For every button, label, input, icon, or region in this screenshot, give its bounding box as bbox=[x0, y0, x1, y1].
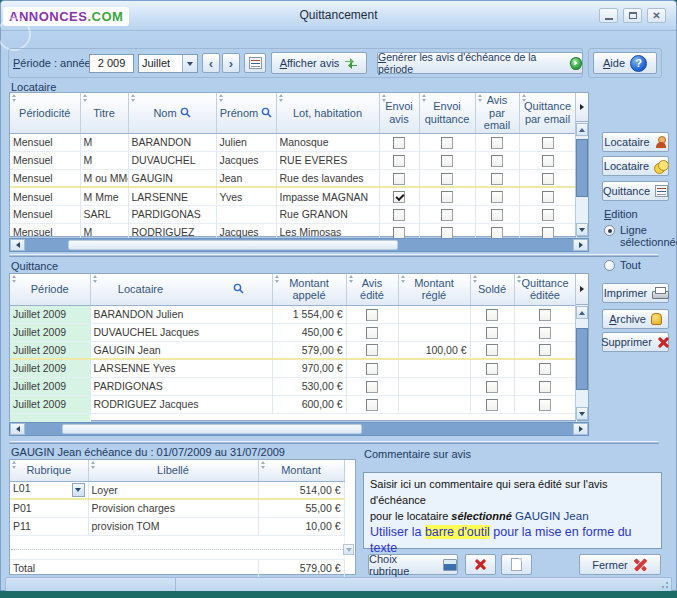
checkbox-avis-email[interactable] bbox=[491, 209, 503, 221]
checkbox-envoi-quittance[interactable] bbox=[441, 155, 453, 167]
checkbox-quittance-email[interactable] bbox=[542, 155, 554, 167]
col-header-rubrique[interactable]: Rubrique bbox=[10, 460, 88, 481]
checkbox-avis-edite[interactable] bbox=[366, 399, 378, 411]
checkbox-envoi-avis[interactable] bbox=[393, 209, 405, 221]
locataire-compte-button[interactable]: Locataire bbox=[602, 156, 669, 176]
more-columns-button[interactable] bbox=[576, 274, 588, 305]
table-row[interactable]: Juillet 2009BARANDON Julien1 554,00 € bbox=[10, 305, 576, 323]
scrollbar-thumb[interactable] bbox=[576, 139, 588, 197]
choix-rubrique-button[interactable]: Choix rubrique bbox=[368, 554, 458, 575]
next-period-button[interactable]: › bbox=[222, 53, 240, 73]
checkbox-solde[interactable] bbox=[486, 344, 498, 356]
archive-button[interactable]: Archive bbox=[602, 309, 669, 329]
vertical-scrollbar[interactable] bbox=[575, 274, 588, 420]
checkbox-envoi-quittance[interactable] bbox=[441, 173, 453, 185]
generer-avis-button[interactable]: Genérer les avis d'échéance de la périod… bbox=[377, 52, 583, 74]
table-row-selected[interactable]: MensuelM ou MMeGAUGINJeanRue des lavande… bbox=[10, 169, 576, 187]
locataire-person-button[interactable]: Locataire bbox=[602, 132, 669, 152]
checkbox-envoi-avis[interactable] bbox=[393, 173, 405, 185]
col-header-envoi-avis[interactable]: Envoi avis bbox=[379, 93, 419, 133]
checkbox-solde[interactable] bbox=[486, 327, 498, 339]
checkbox-avis-edite[interactable] bbox=[366, 381, 378, 393]
year-input[interactable]: 2 009 bbox=[89, 54, 134, 73]
scroll-left-button[interactable] bbox=[10, 239, 25, 251]
quittance-button[interactable]: Quittance bbox=[602, 181, 669, 201]
checkbox-solde[interactable] bbox=[486, 363, 498, 375]
table-row[interactable]: Juillet 2009RODRIGUEZ Jacques600,00 € bbox=[10, 395, 576, 413]
col-header-avis-email[interactable]: Avis par email bbox=[475, 93, 519, 133]
radio-icon[interactable] bbox=[604, 260, 615, 271]
col-header-periodicite[interactable]: Périodicité bbox=[10, 93, 80, 133]
vertical-scrollbar[interactable] bbox=[575, 93, 588, 236]
month-dropdown-arrow[interactable] bbox=[182, 55, 197, 72]
checkbox-avis-edite[interactable] bbox=[366, 327, 378, 339]
table-row[interactable]: P11provision TOM10,00 € bbox=[10, 517, 344, 535]
col-header-montant[interactable]: Montant bbox=[258, 460, 344, 481]
col-header-avis-edite[interactable]: Avis édité bbox=[346, 274, 398, 305]
checkbox-quittance-email[interactable] bbox=[542, 191, 554, 203]
col-header-quittance-editee[interactable]: Quittance éditée bbox=[514, 274, 576, 305]
col-header-locataire[interactable]: Locataire bbox=[90, 274, 272, 305]
checkbox-avis-edite[interactable] bbox=[366, 344, 378, 356]
checkbox-solde[interactable] bbox=[486, 399, 498, 411]
table-row[interactable]: Juillet 2009LARSENNE Yves970,00 € bbox=[10, 359, 576, 377]
search-icon[interactable] bbox=[180, 107, 191, 118]
table-row[interactable]: Juillet 2009DUVAUCHEL Jacques450,00 € bbox=[10, 323, 576, 341]
checkbox-quittance-editee[interactable] bbox=[539, 327, 551, 339]
table-row[interactable]: MensuelMDUVAUCHELJacquesRUE EVERES bbox=[10, 151, 576, 169]
checkbox-quittance-email[interactable] bbox=[542, 173, 554, 185]
col-header-solde[interactable]: Soldé bbox=[470, 274, 514, 305]
checkbox-quittance-editee[interactable] bbox=[539, 399, 551, 411]
checkbox-envoi-quittance[interactable] bbox=[441, 209, 453, 221]
col-header-montant-appele[interactable]: Montant appelé bbox=[272, 274, 346, 305]
checkbox-envoi-quittance[interactable] bbox=[441, 137, 453, 149]
search-icon[interactable] bbox=[233, 283, 244, 294]
maximize-button[interactable] bbox=[623, 8, 642, 23]
checkbox-quittance-editee[interactable] bbox=[539, 363, 551, 375]
scroll-right-button[interactable] bbox=[573, 423, 588, 435]
scrollbar-thumb[interactable] bbox=[68, 240, 398, 250]
scroll-down-button[interactable] bbox=[576, 223, 588, 236]
table-row-selected[interactable]: Juillet 2009GAUGIN Jean579,00 € 100,00 € bbox=[10, 341, 576, 359]
checkbox-avis-email[interactable] bbox=[491, 173, 503, 185]
col-header-nom[interactable]: Nom bbox=[128, 93, 216, 133]
col-header-envoi-quittance[interactable]: Envoi quittance bbox=[419, 93, 475, 133]
search-icon[interactable] bbox=[261, 107, 272, 118]
checkbox-quittance-editee[interactable] bbox=[539, 309, 551, 321]
col-header-prenom[interactable]: Prénom bbox=[216, 93, 276, 133]
checkbox-quittance-editee[interactable] bbox=[539, 344, 551, 356]
checkbox-envoi-quittance[interactable] bbox=[441, 191, 453, 203]
resize-grip[interactable] bbox=[659, 579, 669, 589]
close-button[interactable]: ✕ bbox=[647, 8, 666, 23]
table-row-selected[interactable]: L01 Loyer514,00 € bbox=[10, 481, 344, 499]
checkbox-avis-email[interactable] bbox=[491, 137, 503, 149]
checkbox-quittance-email[interactable] bbox=[542, 137, 554, 149]
col-header-titre[interactable]: Titre bbox=[80, 93, 128, 133]
rubrique-dropdown-button[interactable] bbox=[72, 483, 85, 497]
checkbox-solde[interactable] bbox=[486, 309, 498, 321]
scroll-right-button[interactable] bbox=[573, 239, 588, 251]
checkbox-envoi-avis[interactable] bbox=[393, 155, 405, 167]
horizontal-scrollbar[interactable] bbox=[9, 422, 589, 436]
col-header-quittance-email[interactable]: Quittance par email bbox=[519, 93, 576, 133]
scroll-up-button[interactable] bbox=[576, 306, 588, 319]
scroll-left-button[interactable] bbox=[10, 423, 25, 435]
delete-comment-button[interactable] bbox=[465, 554, 496, 575]
table-row[interactable]: MensuelM MmeLARSENNEYvesImpasse MAGNAN bbox=[10, 187, 576, 205]
supprimer-button[interactable]: Supprimer bbox=[602, 332, 669, 352]
imprimer-button[interactable]: Imprimer bbox=[602, 283, 669, 303]
scroll-up-button[interactable] bbox=[576, 123, 588, 136]
more-columns-button[interactable] bbox=[576, 93, 588, 122]
checkbox-avis-email[interactable] bbox=[491, 191, 503, 203]
radio-ligne-selectionnee[interactable]: Ligne sélectionnée bbox=[604, 224, 670, 248]
table-row[interactable]: P01Provision charges55,00 € bbox=[10, 499, 344, 517]
scrollbar-thumb[interactable] bbox=[576, 328, 588, 390]
minimize-button[interactable] bbox=[599, 8, 618, 23]
month-select[interactable]: Juillet bbox=[138, 54, 198, 73]
checkbox-avis-edite[interactable] bbox=[366, 363, 378, 375]
col-header-lot[interactable]: Lot, habitation bbox=[276, 93, 379, 133]
checkbox-envoi-avis[interactable] bbox=[393, 191, 405, 203]
scroll-down-button[interactable] bbox=[343, 544, 354, 555]
table-row[interactable]: Juillet 2009PARDIGONAS530,00 € bbox=[10, 377, 576, 395]
scroll-down-button[interactable] bbox=[576, 407, 588, 420]
